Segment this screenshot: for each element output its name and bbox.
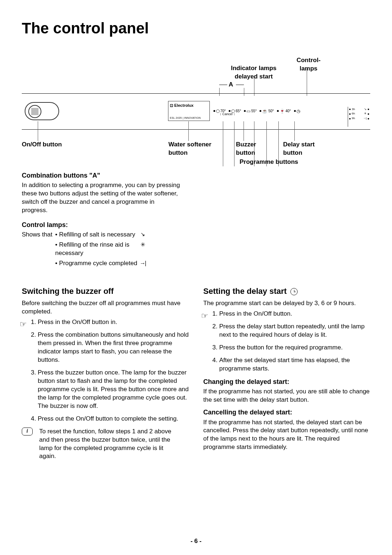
buzzer-off-intro: Before switching the buzzer off all prog…	[22, 299, 189, 316]
step: Press the buzzer button once. The lamp f…	[38, 369, 189, 410]
step: Press in the On/Off button.	[219, 310, 370, 318]
step: Press the combination buttons simultaneo…	[38, 331, 189, 364]
guideline	[244, 121, 244, 141]
step: Press in the On/Off button in.	[38, 318, 189, 327]
buzzer-button-label: Buzzer button	[236, 141, 272, 157]
page-number: - 6 -	[0, 537, 392, 546]
delay-start-intro: The programme start can be delayed by 3,…	[203, 299, 370, 308]
buzzer-off-heading: Switching the buzzer off	[22, 286, 189, 297]
control-lamp-item: • Programme cycle completed	[55, 259, 139, 268]
rinse-aid-icon: ✳	[139, 241, 147, 249]
indicator-lamps-label: Indicator lamps delayed start	[223, 64, 285, 81]
model-name: ESL 2435 | INNOVATION	[170, 116, 201, 119]
guideline	[307, 69, 307, 96]
control-lamps-list: Shows that • Refilling of salt is necess…	[22, 231, 370, 268]
step: After the set delayed start time has ela…	[219, 356, 370, 373]
control-lamp-item: • Refilling of the rinse aid is necessar…	[55, 241, 139, 258]
water-softener-label: Water softener button	[168, 141, 219, 157]
delay-hour: 3h	[352, 108, 355, 112]
delay-hour: 6h	[352, 112, 355, 116]
guideline	[254, 76, 254, 96]
cancel-label: ↑ Cancel ↑	[220, 112, 235, 117]
programme-buttons-label: Programme buttons	[240, 158, 298, 166]
onoff-button-graphic	[25, 102, 59, 120]
delay-hour: 9h	[352, 117, 355, 121]
left-column: Switching the buzzer off Before switchin…	[22, 286, 189, 461]
prog-temp: 50°	[268, 109, 274, 114]
right-column: Setting the delay start The programme st…	[203, 286, 370, 461]
salt-icon: ↘	[139, 231, 147, 238]
info-icon: i	[22, 428, 33, 436]
buzzer-reset-text: To reset the function, follow steps 1 an…	[39, 428, 173, 461]
hand-icon: ☞	[201, 311, 208, 321]
a-connector-left	[219, 85, 227, 85]
prog-temp: 65°	[236, 109, 241, 114]
hand-icon: ☞	[20, 319, 27, 330]
combination-heading: Combination buttons "A"	[22, 171, 370, 180]
programme-end-icon: →|	[139, 259, 147, 267]
prog-temp: 55°	[251, 109, 257, 114]
guideline	[38, 121, 38, 141]
changing-delay-text: If the programme has not started, you ar…	[203, 388, 370, 404]
step: Press out the On/Off button to complete …	[38, 415, 189, 423]
buzzer-off-steps: Press in the On/Off button in. Press the…	[22, 318, 189, 423]
guideline	[294, 121, 295, 141]
brand-name: ⊡ Electrolux	[170, 103, 208, 108]
prog-temp: 40°	[286, 109, 291, 114]
control-lamps-graphic: 3h↘ 6h✳ 9h→|	[348, 107, 370, 127]
cancel-delay-text: If the programme has not started, the de…	[203, 418, 370, 452]
step: Press the button for the required progra…	[219, 344, 370, 352]
diagram-bottom-labels: On/Off button Water softener button Buzz…	[22, 141, 370, 162]
onoff-label: On/Off button	[22, 141, 62, 149]
clock-icon	[290, 288, 298, 295]
brand-badge: ⊡ Electrolux ESL 2435 | INNOVATION	[168, 101, 210, 121]
page-title: The control panel	[22, 18, 370, 39]
step: Press the delay start button repeatedly,…	[219, 323, 370, 339]
control-lamps-heading: Control lamps:	[22, 220, 370, 229]
combination-a-letter: A	[229, 81, 233, 89]
control-lamp-item: • Refilling of salt is necessary	[55, 231, 139, 239]
shows-that-label: Shows that	[22, 231, 55, 239]
guideline	[188, 121, 189, 141]
combination-text: In addition to selecting a programme, yo…	[22, 181, 181, 215]
diagram-top-labels: Indicator lamps delayed start Control-la…	[22, 53, 370, 93]
cancel-delay-heading: Cancelling the delayed start:	[203, 408, 370, 417]
changing-delay-heading: Changing the delayed start:	[203, 377, 370, 386]
a-connector-right	[236, 85, 244, 85]
delay-start-label: Delay start button	[283, 141, 327, 157]
delay-start-steps: Press in the On/Off button. Press the de…	[203, 310, 370, 373]
control-panel-diagram: ⊡ Electrolux ESL 2435 | INNOVATION ⬡70° …	[22, 93, 370, 130]
delay-start-heading: Setting the delay start	[203, 286, 370, 297]
control-lamps-label: Control-lamps	[290, 56, 327, 73]
